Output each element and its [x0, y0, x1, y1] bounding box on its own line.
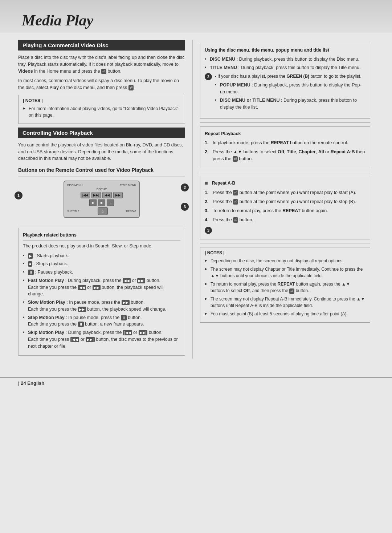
ab-step3: 3. To return to normal play, press the R…: [205, 207, 366, 214]
section2-header: Controlling Video Playback: [18, 128, 185, 138]
page-header: Media Play: [0, 0, 392, 33]
right-column: Using the disc menu, title menu, popup m…: [192, 40, 370, 359]
prev-icon: |◀◀: [123, 330, 132, 335]
slow-motion-title: Slow Motion Play: [28, 300, 65, 305]
more-menu-bullets: POPUP MENU : During playback, press this…: [215, 82, 366, 110]
pause-btn[interactable]: ⏸: [107, 199, 114, 206]
playback-sub-box: Playback related buttons The product doe…: [18, 228, 185, 356]
section1-body2: In most cases, commercial videos will di…: [18, 77, 185, 91]
repeat-step1-text: In playback mode, press the REPEAT butto…: [213, 140, 348, 146]
home-btn[interactable]: ⌂: [98, 207, 108, 215]
playback-bullets: ▶ : Starts playback. ■ : Stops playback.…: [23, 253, 180, 350]
ab-step2-text: Press the ⏎ button at the point where yo…: [213, 198, 356, 205]
pause-icon: ⏸: [28, 270, 34, 275]
section1-body1: Place a disc into the disc tray with the…: [18, 54, 185, 74]
repeat-ab-title: Repeat A-B: [212, 180, 235, 186]
right-notes-label: | NOTES |: [205, 250, 366, 255]
using-disc-menu-box: Using the disc menu, title menu, popup m…: [200, 43, 370, 119]
disc-menu-body: : During playback, press this button to …: [237, 57, 359, 62]
repeat-label: REPEAT: [126, 210, 136, 213]
repeat-playback-box: Repeat Playback 1. In playback mode, pre…: [200, 126, 370, 168]
badge-1: 1: [15, 191, 23, 199]
repeat-steps: 1. In playback mode, press the REPEAT bu…: [205, 140, 366, 162]
rew-icon2: ◀◀: [78, 285, 86, 290]
fast-forward-btn[interactable]: ▶▶: [113, 192, 123, 198]
popup-menu-item: POPUP MENU : During playback, press this…: [215, 82, 366, 96]
remote-visual: DISC MENU TITLE MENU POPUP |◀◀ ▶▶| ◀◀ ▶▶: [64, 181, 140, 218]
repeat-box-title: Repeat Playback: [205, 130, 366, 137]
page-lang: English: [27, 380, 44, 386]
subtitle-label: SUBTITLE: [67, 210, 79, 213]
disc-menu-bullets: DISC MENU : During playback, press this …: [205, 56, 366, 71]
right-notes-list: Depending on the disc, the screen may no…: [205, 258, 366, 317]
disc-menu-label: DISC MENU: [67, 183, 82, 187]
bullet-slow-motion: Slow Motion Play : In pause mode, press …: [23, 299, 180, 313]
title-menu-item: TITLE MENU : During playback, press this…: [205, 64, 366, 71]
next-icon: ▶▶|: [139, 330, 148, 335]
repeat-ab-header-row: Repeat A-B: [205, 180, 366, 186]
bullet-fast-motion: Fast Motion Play : During playback, pres…: [23, 277, 180, 298]
nav-row: |◀◀ ▶▶| ◀◀ ▶▶: [67, 192, 136, 198]
badge-3: 3: [181, 203, 189, 211]
popup-label: POPUP: [67, 187, 136, 191]
section1-notes: | NOTES | For more information about pla…: [18, 95, 185, 124]
fast-motion-title: Fast Motion Play: [28, 278, 64, 283]
bullet-play: ▶ : Starts playback.: [23, 253, 180, 259]
stop-icon: ■: [28, 261, 32, 267]
rewind-btn[interactable]: ◀◀: [102, 192, 112, 198]
badge3-row: 3: [205, 227, 366, 234]
bullet-stop: ■ : Stops playback.: [23, 261, 180, 267]
repeat-step2-text: Press the ▲▼ buttons to select Off, Titl…: [213, 149, 366, 162]
bullet-pause: ⏸ : Pauses playback.: [23, 269, 180, 276]
title-menu-label: TITLE MENU: [120, 183, 136, 187]
divider1: [18, 177, 185, 177]
stop-btn[interactable]: ■: [89, 199, 97, 206]
skip-motion-title: Skip Motion Play: [28, 330, 64, 335]
using-disc-menu-title: Using the disc menu, title menu, popup m…: [205, 47, 366, 54]
right-note3: To return to normal play, press the REPE…: [205, 281, 366, 294]
fwd-icon: ▶▶: [137, 278, 145, 283]
title-menu-bold: TITLE MENU: [210, 65, 237, 70]
content-area: Playing a Commercial Video Disc Place a …: [0, 33, 392, 370]
divider5: [200, 243, 370, 243]
right-notes-box: | NOTES | Depending on the disc, the scr…: [200, 247, 370, 323]
page-container: Media Play Playing a Commercial Video Di…: [0, 0, 392, 533]
repeat-step2: 2. Press the ▲▼ buttons to select Off, T…: [205, 149, 366, 162]
remote-diagram-wrapper: 1 DISC MENU TITLE MENU POPUP |◀◀ ▶▶|: [18, 181, 185, 218]
disc-title-bold: DISC MENU or TITLE MENU: [220, 98, 280, 103]
section1-header: Playing a Commercial Video Disc: [18, 40, 185, 51]
notes-label: | NOTES |: [23, 98, 180, 103]
ab-step4-text: Press the ⏎ button.: [213, 217, 253, 223]
prev-chapter-btn[interactable]: |◀◀: [81, 192, 90, 198]
badge2-row: 2 - If your disc has a playlist, press t…: [205, 73, 366, 113]
next-chapter-btn[interactable]: ▶▶|: [91, 192, 101, 198]
left-column: Playing a Commercial Video Disc Place a …: [18, 40, 192, 359]
badge-2: 2: [181, 183, 189, 191]
ab-step4: 4. Press the ⏎ button.: [205, 217, 366, 223]
right-note5: You must set point (B) at least 5 second…: [205, 311, 366, 317]
right-badge-2: 2: [205, 73, 212, 80]
ab-step2: 2. Press the ⏎ button at the point where…: [205, 198, 366, 205]
step-icon: ⏸: [121, 315, 127, 320]
bullet-step-motion: Step Motion Play : In pause mode, press …: [23, 314, 180, 328]
right-note4: The screen may not display Repeat A-B im…: [205, 296, 366, 309]
next-icon2: ▶▶|: [86, 337, 95, 342]
playback-body1: The product does not play sound in Searc…: [23, 243, 180, 250]
prev-icon2: |◀◀: [70, 337, 79, 342]
notes-item1: For more information about playing video…: [23, 105, 180, 118]
right-note2: The screen may not display Chapter or Ti…: [205, 266, 366, 279]
footer: | 24 English: [0, 377, 392, 389]
repeat-ab-box: Repeat A-B 1. Press the ⏎ button at the …: [200, 176, 370, 239]
disc-menu-bold: DISC MENU: [210, 57, 235, 62]
section2-body: You can control the playback of video fi…: [18, 142, 185, 162]
playback-row: ■ ▶ ⏸: [67, 199, 136, 206]
title-menu-body: : During playback, press this button to …: [238, 65, 360, 70]
section3-title: Buttons on the Remote Control used for V…: [18, 167, 185, 173]
disc-title-menu-item: DISC MENU or TITLE MENU : During playbac…: [215, 97, 366, 111]
play-btn[interactable]: ▶: [98, 199, 105, 206]
playback-box-title: Playback related buttons: [23, 232, 180, 241]
rew-icon: ◀◀: [123, 278, 131, 283]
step-icon2: ⏸: [78, 322, 84, 327]
badge2-content: - If your disc has a playlist, press the…: [215, 73, 366, 113]
fwd-icon2: ▶▶: [93, 285, 101, 290]
